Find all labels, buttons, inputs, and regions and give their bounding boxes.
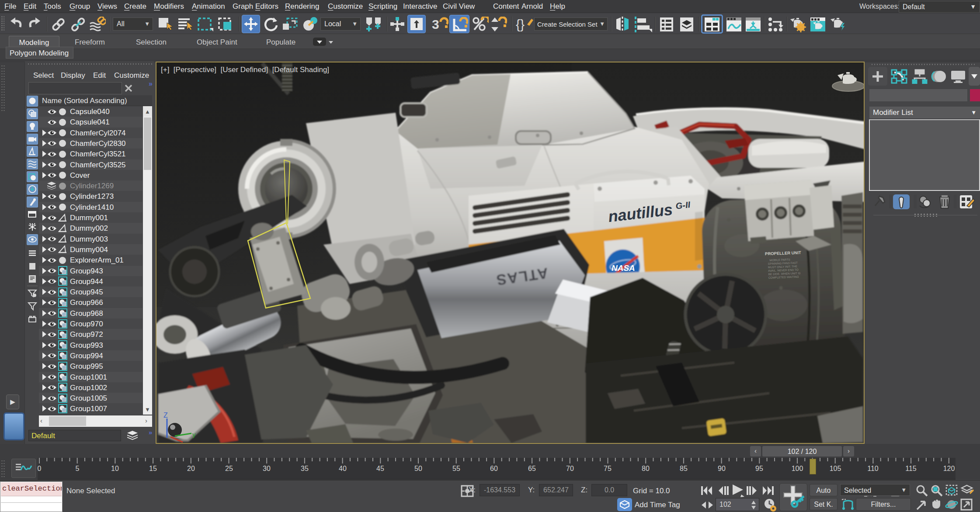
svg-text:Z: Z [163, 412, 168, 419]
svg-text:[+] [Perspective] [User Defi: [+] [Perspective] [User Defined] [Defaul… [161, 66, 329, 74]
svg-text:y: y [192, 431, 196, 438]
svg-text:{}: {} [516, 17, 525, 31]
svg-text:NASA: NASA [612, 263, 635, 273]
svg-text:3: 3 [432, 17, 439, 31]
svg-text:G-II: G-II [675, 200, 691, 211]
